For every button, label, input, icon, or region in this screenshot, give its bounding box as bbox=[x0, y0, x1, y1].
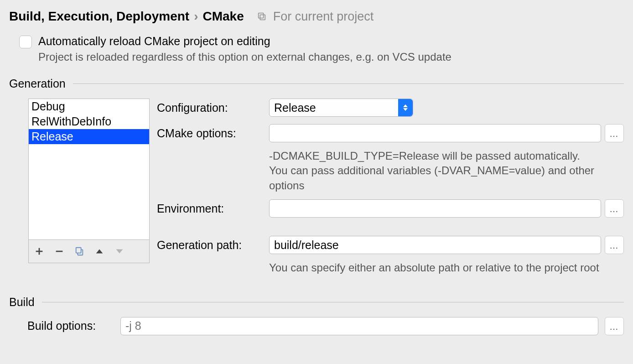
section-build: Build bbox=[9, 296, 624, 309]
auto-reload-hint: Project is reloaded regardless of this o… bbox=[38, 51, 451, 63]
divider bbox=[73, 83, 624, 84]
configuration-label: Configuration: bbox=[157, 101, 263, 114]
profile-form: Configuration: Release CMake options: … … bbox=[157, 99, 624, 282]
generation-path-label: Generation path: bbox=[157, 239, 263, 252]
svg-rect-1 bbox=[258, 13, 263, 18]
build-options-input[interactable] bbox=[120, 317, 598, 335]
breadcrumb: Build, Execution, Deployment › CMake For… bbox=[9, 9, 624, 24]
scope-label: For current project bbox=[273, 10, 374, 24]
cmake-options-input[interactable] bbox=[269, 124, 601, 142]
profiles-toolbar bbox=[28, 240, 150, 263]
generation-path-expand-button[interactable]: … bbox=[605, 236, 624, 254]
auto-reload-label: Automatically reload CMake project on ed… bbox=[38, 35, 451, 48]
svg-marker-8 bbox=[116, 249, 123, 253]
section-generation: Generation bbox=[9, 77, 624, 90]
add-profile-button[interactable] bbox=[31, 244, 47, 259]
section-generation-label: Generation bbox=[9, 77, 66, 90]
copy-profile-button[interactable] bbox=[72, 244, 87, 259]
section-build-label: Build bbox=[9, 296, 35, 309]
move-up-button[interactable] bbox=[92, 244, 107, 259]
generation-path-input[interactable] bbox=[269, 236, 601, 254]
breadcrumb-separator: › bbox=[194, 9, 198, 24]
profiles-list[interactable]: Debug RelWithDebInfo Release bbox=[28, 99, 150, 240]
divider bbox=[42, 302, 624, 302]
breadcrumb-current: CMake bbox=[203, 9, 244, 24]
environment-input[interactable] bbox=[269, 199, 601, 218]
build-options-expand-button[interactable]: … bbox=[605, 317, 624, 335]
environment-label: Environment: bbox=[157, 202, 263, 215]
remove-profile-button[interactable] bbox=[52, 244, 67, 259]
list-item[interactable]: RelWithDebInfo bbox=[29, 114, 149, 129]
cmake-options-label: CMake options: bbox=[157, 127, 263, 140]
build-options-label: Build options: bbox=[23, 319, 114, 333]
generation-path-helper: You can specify either an absolute path … bbox=[269, 260, 624, 275]
profiles-panel: Debug RelWithDebInfo Release bbox=[28, 99, 150, 282]
svg-marker-7 bbox=[96, 249, 103, 253]
auto-reload-checkbox[interactable] bbox=[19, 36, 32, 48]
cmake-options-expand-button[interactable]: … bbox=[605, 124, 624, 142]
list-item[interactable]: Debug bbox=[29, 99, 149, 114]
copy-settings-icon[interactable] bbox=[257, 11, 267, 21]
list-item[interactable]: Release bbox=[29, 129, 149, 144]
environment-expand-button[interactable]: … bbox=[605, 199, 624, 218]
cmake-options-helper: -DCMAKE_BUILD_TYPE=Release will be passe… bbox=[269, 149, 624, 193]
move-down-button[interactable] bbox=[112, 244, 127, 259]
chevron-updown-icon bbox=[398, 99, 413, 116]
auto-reload-row: Automatically reload CMake project on ed… bbox=[19, 35, 624, 63]
svg-rect-0 bbox=[260, 15, 265, 20]
breadcrumb-parent: Build, Execution, Deployment bbox=[9, 9, 189, 24]
configuration-value: Release bbox=[274, 101, 316, 114]
configuration-select[interactable]: Release bbox=[269, 99, 413, 117]
svg-rect-6 bbox=[76, 248, 81, 253]
